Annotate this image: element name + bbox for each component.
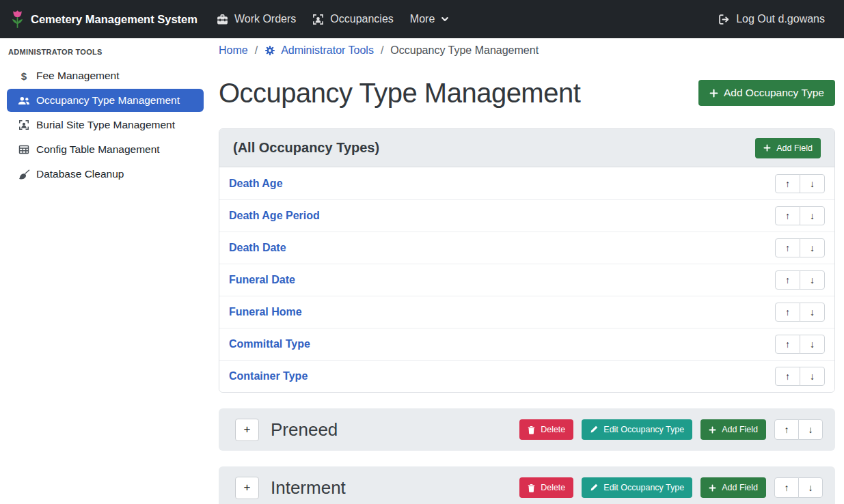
field-row: Funeral Date ↑ ↓: [219, 264, 834, 296]
person-bounding-box-icon: [312, 14, 324, 25]
move-up-button[interactable]: ↑: [775, 174, 800, 193]
arrow-up-icon: ↑: [785, 210, 790, 221]
add-occupancy-type-button[interactable]: Add Occupancy Type: [698, 80, 835, 106]
logout-label: Log Out d.gowans: [736, 13, 825, 25]
occupancy-type-section-interment: + Interment Delete Edit Occupancy Type: [219, 466, 835, 504]
field-row: Container Type ↑ ↓: [219, 360, 834, 392]
reorder-buttons: ↑ ↓: [775, 206, 825, 225]
breadcrumb-home[interactable]: Home: [219, 44, 248, 57]
add-field-button[interactable]: Add Field: [755, 138, 821, 158]
move-down-button[interactable]: ↓: [800, 367, 825, 386]
move-down-button[interactable]: ↓: [800, 238, 825, 257]
field-link[interactable]: Committal Type: [229, 338, 310, 350]
arrow-up-icon: ↑: [785, 242, 790, 253]
sidebar-item-occupancy-type-management[interactable]: Occupancy Type Management: [7, 89, 204, 112]
move-down-button[interactable]: ↓: [800, 335, 825, 354]
reorder-buttons: ↑ ↓: [775, 303, 825, 322]
breadcrumb: Home / Administrator Tools / Occupancy T…: [219, 42, 835, 59]
move-up-button[interactable]: ↑: [775, 335, 800, 354]
arrow-down-icon: ↓: [810, 275, 815, 285]
plus-icon: [709, 426, 716, 434]
sidebar-item-label: Database Cleanup: [36, 168, 124, 180]
arrow-up-icon: ↑: [785, 339, 790, 350]
expand-button[interactable]: +: [235, 419, 259, 441]
nav-label: More: [410, 13, 435, 25]
move-up-button[interactable]: ↑: [775, 238, 800, 257]
nav-work-orders[interactable]: Work Orders: [208, 8, 304, 31]
toolbox-icon: [217, 14, 228, 25]
move-up-button[interactable]: ↑: [774, 419, 799, 440]
move-up-button[interactable]: ↑: [775, 303, 800, 322]
arrow-up-icon: ↑: [785, 482, 789, 493]
field-link[interactable]: Death Age Period: [229, 210, 320, 222]
card-header: (All Occupancy Types) Add Field: [219, 129, 834, 167]
breadcrumb-separator: /: [381, 44, 383, 57]
move-down-button[interactable]: ↓: [800, 303, 825, 322]
logout-button[interactable]: Log Out d.gowans: [710, 8, 833, 31]
tulip-logo-icon: [11, 10, 24, 29]
delete-button[interactable]: Delete: [519, 477, 573, 498]
table-icon: [18, 144, 30, 155]
section-title: Interment: [271, 477, 346, 499]
field-link[interactable]: Death Date: [229, 242, 286, 254]
nav-more[interactable]: More: [402, 8, 457, 31]
move-down-button[interactable]: ↓: [798, 419, 823, 440]
field-link[interactable]: Container Type: [229, 370, 308, 382]
move-up-button[interactable]: ↑: [775, 206, 800, 225]
delete-button[interactable]: Delete: [519, 419, 573, 440]
reorder-buttons: ↑ ↓: [775, 174, 825, 193]
arrow-down-icon: ↓: [810, 242, 815, 253]
move-down-button[interactable]: ↓: [800, 206, 825, 225]
app-brand[interactable]: Cemetery Management System: [11, 10, 198, 29]
move-down-button[interactable]: ↓: [798, 477, 823, 498]
sidebar-item-database-cleanup[interactable]: Database Cleanup: [7, 163, 204, 186]
move-up-button[interactable]: ↑: [774, 477, 799, 498]
sidebar-item-label: Config Table Management: [36, 143, 160, 156]
arrow-up-icon: ↑: [785, 307, 790, 318]
pencil-icon: [590, 425, 598, 434]
trash-icon: [528, 484, 535, 492]
sidebar-item-label: Fee Management: [36, 70, 120, 82]
button-label: Edit Occupancy Type: [603, 483, 684, 492]
edit-occupancy-type-button[interactable]: Edit Occupancy Type: [582, 419, 692, 440]
add-field-button[interactable]: Add Field: [700, 477, 766, 498]
add-field-button[interactable]: Add Field: [700, 419, 766, 440]
sidebar-item-burial-site-type-management[interactable]: Burial Site Type Management: [7, 113, 204, 137]
edit-occupancy-type-button[interactable]: Edit Occupancy Type: [582, 477, 692, 498]
move-up-button[interactable]: ↑: [775, 367, 800, 386]
person-bounding-box-icon: [18, 120, 30, 130]
button-label: Edit Occupancy Type: [603, 425, 684, 434]
plus-icon: [709, 89, 718, 98]
move-up-button[interactable]: ↑: [775, 270, 800, 290]
breadcrumb-administrator-tools[interactable]: Administrator Tools: [264, 44, 374, 57]
section-title: Preneed: [271, 419, 338, 440]
pencil-icon: [590, 484, 598, 492]
breadcrumb-label: Administrator Tools: [281, 44, 374, 57]
field-link[interactable]: Funeral Home: [229, 306, 302, 318]
nav-occupancies[interactable]: Occupancies: [304, 8, 402, 31]
arrow-down-icon: ↓: [810, 307, 815, 318]
sidebar-item-fee-management[interactable]: $ Fee Management: [7, 64, 204, 87]
occupancy-type-section-preneed: + Preneed Delete Edit Occupancy Type: [219, 408, 835, 451]
field-link[interactable]: Death Age: [229, 178, 283, 190]
arrow-up-icon: ↑: [785, 371, 790, 382]
reorder-buttons: ↑ ↓: [775, 335, 825, 354]
section-actions: Delete Edit Occupancy Type Add Field ↑ ↓: [519, 477, 823, 498]
plus-icon: +: [244, 481, 251, 494]
button-label: Add Field: [722, 425, 758, 434]
button-label: Add Field: [776, 143, 813, 153]
field-link[interactable]: Funeral Date: [229, 274, 295, 286]
reorder-buttons: ↑ ↓: [774, 419, 823, 440]
section-actions: Delete Edit Occupancy Type Add Field ↑ ↓: [519, 419, 823, 440]
expand-button[interactable]: +: [235, 477, 259, 499]
plus-icon: [709, 484, 716, 492]
nav-label: Occupancies: [330, 13, 394, 25]
main-content: Home / Administrator Tools / Occupancy T…: [210, 38, 844, 504]
trash-icon: [528, 425, 535, 434]
reorder-buttons: ↑ ↓: [775, 238, 825, 257]
sidebar: Administrator Tools $ Fee Management Occ…: [0, 38, 210, 504]
arrow-up-icon: ↑: [785, 275, 790, 285]
move-down-button[interactable]: ↓: [800, 174, 825, 193]
move-down-button[interactable]: ↓: [800, 270, 825, 290]
sidebar-item-config-table-management[interactable]: Config Table Management: [7, 138, 204, 161]
